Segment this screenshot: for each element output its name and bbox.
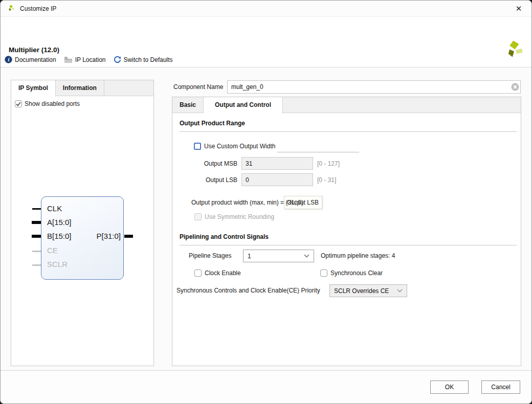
page-title: Multiplier (12.0)	[9, 46, 59, 54]
group-divider	[277, 152, 359, 152]
b-port-stub	[32, 235, 41, 238]
tab-output-and-control[interactable]: Output and Control	[204, 97, 283, 114]
output-msb-label: Output MSB	[188, 160, 237, 167]
switch-to-defaults-label: Switch to Defaults	[124, 56, 173, 63]
svg-text:i: i	[8, 57, 10, 62]
output-product-range-title: Output Product Range	[180, 120, 245, 127]
priority-label: Synchronous Controls and Clock Enable(CE…	[176, 287, 320, 294]
priority-value: SCLR Overrides CE	[334, 287, 389, 295]
ip-location-button[interactable]: IP Location	[64, 56, 106, 63]
tab-information[interactable]: Information	[56, 80, 104, 96]
ip-symbol-diagram: CLK A[15:0] B[15:0] CE SCLR P[31:0]	[31, 195, 139, 285]
port-label-clk: CLK	[47, 204, 62, 213]
check-icon	[16, 102, 21, 106]
product-width-row: Output LSB Output product width (max, mi…	[191, 199, 303, 208]
output-lsb-field[interactable]: 0	[241, 173, 313, 186]
pipeline-stages-value: 1	[248, 253, 251, 260]
clear-icon[interactable]	[511, 83, 519, 91]
p-port-stub	[124, 235, 133, 238]
ce-port-stub	[32, 251, 41, 252]
pipeline-stages-dropdown[interactable]: 1	[243, 250, 314, 262]
toolbar: i Documentation IP Location Switch to De…	[5, 56, 173, 63]
window-title: Customize IP	[20, 5, 56, 12]
clk-port-stub	[32, 208, 41, 210]
clock-enable-checkbox[interactable]	[194, 270, 202, 277]
output-lsb-range: [0 - 31]	[317, 176, 336, 184]
product-width-label: Output product width (max, min) =	[191, 199, 285, 206]
options-panel: Basic Output and Control Output Product …	[172, 97, 521, 366]
port-label-b: B[15:0]	[47, 232, 72, 240]
chevron-down-icon	[397, 289, 403, 293]
main-tabstrip: Basic Output and Control	[172, 97, 521, 113]
component-name-label: Component Name	[173, 83, 223, 91]
pipeline-stages-label: Pipeline Stages	[189, 252, 231, 259]
product-width-value: (31, 0)	[285, 199, 303, 206]
use-symmetric-rounding-label: Use Symmetric Rounding	[205, 213, 274, 220]
output-msb-range: [0 - 127]	[317, 160, 340, 167]
show-disabled-ports-label: Show disabled ports	[25, 100, 80, 107]
documentation-label: Documentation	[15, 56, 56, 63]
cancel-button[interactable]: Cancel	[481, 380, 520, 394]
port-label-p: P[31:0]	[96, 232, 121, 240]
refresh-icon	[114, 56, 121, 63]
optimum-pipeline-text: Optimum pipeline stages: 4	[321, 252, 395, 259]
port-label-a: A[15:0]	[47, 218, 72, 227]
customize-ip-dialog: Customize IP ✕ Multiplier (12.0) i Docum…	[0, 0, 532, 404]
tab-basic[interactable]: Basic	[172, 97, 204, 113]
use-custom-output-width-label: Use Custom Output Width	[204, 143, 275, 150]
close-icon[interactable]: ✕	[512, 2, 525, 15]
ok-button[interactable]: OK	[430, 380, 469, 394]
ip-location-label: IP Location	[75, 56, 106, 63]
sclr-port-stub	[32, 264, 41, 266]
synchronous-clear-checkbox[interactable]	[320, 270, 327, 277]
output-msb-field[interactable]: 31	[241, 157, 313, 170]
clock-enable-label: Clock Enable	[205, 270, 241, 277]
switch-to-defaults-button[interactable]: Switch to Defaults	[114, 56, 173, 63]
chevron-down-icon	[304, 254, 309, 258]
xilinx-logo-icon	[7, 5, 15, 12]
title-bar: Customize IP ✕	[1, 1, 531, 17]
left-tabstrip: IP Symbol Information	[11, 80, 153, 96]
port-label-sclr: SCLR	[47, 260, 68, 268]
section-divider	[180, 131, 517, 132]
xilinx-logo	[504, 39, 524, 61]
synchronous-clear-label: Synchronous Clear	[330, 270, 383, 277]
documentation-button[interactable]: i Documentation	[5, 56, 56, 63]
folder-icon	[64, 56, 73, 63]
dialog-header: Multiplier (12.0) i Documentation IP	[1, 17, 531, 68]
pipelining-title: Pipelining and Control Signals	[180, 233, 269, 240]
tab-ip-symbol[interactable]: IP Symbol	[11, 80, 56, 97]
port-label-ce: CE	[47, 246, 58, 255]
dialog-footer: OK Cancel	[1, 370, 531, 403]
use-custom-output-width-checkbox[interactable]	[194, 143, 201, 150]
ip-symbol-panel: IP Symbol Information Show disabled port…	[11, 80, 154, 366]
show-disabled-ports-checkbox[interactable]	[15, 100, 22, 107]
use-symmetric-rounding-checkbox	[194, 213, 202, 220]
component-name-input[interactable]	[227, 80, 521, 94]
priority-dropdown: SCLR Overrides CE	[329, 284, 407, 297]
a-port-stub	[32, 221, 41, 224]
dialog-content: IP Symbol Information Show disabled port…	[1, 68, 531, 403]
output-lsb-label: Output LSB	[188, 176, 237, 184]
info-icon: i	[5, 56, 12, 63]
section-divider-2	[180, 245, 517, 245]
